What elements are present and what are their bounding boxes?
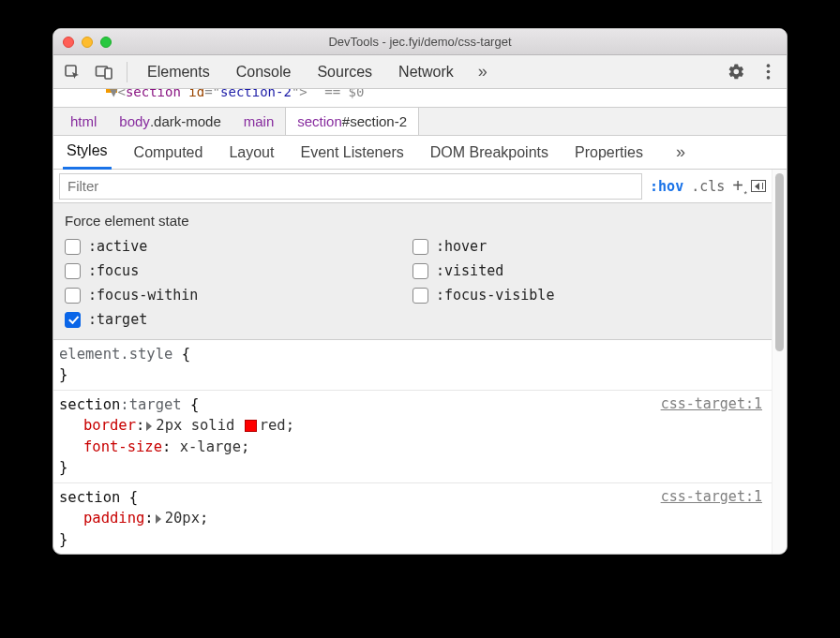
- rule-source-link[interactable]: css-target:1: [661, 487, 762, 508]
- state-target[interactable]: :target: [65, 311, 412, 328]
- toggle-cls-button[interactable]: .cls: [691, 178, 725, 195]
- tab-network[interactable]: Network: [386, 55, 466, 89]
- window-title: DevTools - jec.fyi/demo/css-target: [53, 35, 787, 49]
- crumb-html[interactable]: html: [59, 108, 108, 135]
- toggle-hov-button[interactable]: :hov: [650, 178, 683, 195]
- dom-tree-row[interactable]: ▼<section id="section-2"> == $0: [53, 89, 787, 108]
- minimize-window-button[interactable]: [82, 37, 93, 48]
- checkbox-focus-within: [65, 288, 81, 304]
- scrollbar-track[interactable]: [772, 170, 787, 554]
- settings-gear-icon[interactable]: [721, 58, 751, 86]
- state-focus-within[interactable]: :focus-within: [65, 287, 412, 304]
- more-tabs-icon[interactable]: [468, 58, 498, 86]
- main-tabbar: Elements Console Sources Network: [53, 55, 787, 89]
- color-swatch-icon[interactable]: [245, 420, 257, 432]
- state-active[interactable]: :active: [65, 238, 412, 255]
- dom-breadcrumb: html body.dark-mode main section#section…: [53, 108, 787, 136]
- tab-console[interactable]: Console: [224, 55, 304, 89]
- devtools-window: DevTools - jec.fyi/demo/css-target Eleme…: [52, 28, 788, 555]
- expand-shorthand-icon[interactable]: [146, 422, 152, 431]
- checkbox-focus-visible: [412, 288, 428, 304]
- crumb-section[interactable]: section#section-2: [285, 108, 419, 135]
- scrollbar-thumb[interactable]: [775, 173, 784, 351]
- tab-dom-breakpoints[interactable]: DOM Breakpoints: [427, 136, 552, 170]
- new-style-rule-button[interactable]: +: [732, 175, 743, 197]
- more-menu-icon[interactable]: [753, 58, 783, 86]
- titlebar: DevTools - jec.fyi/demo/css-target: [53, 29, 787, 55]
- styles-filter-input[interactable]: [59, 173, 642, 200]
- rule-section-target[interactable]: css-target:1 section:target { border:2px…: [53, 391, 772, 483]
- checkbox-target: [65, 312, 81, 328]
- checkbox-active: [65, 239, 81, 255]
- tab-properties[interactable]: Properties: [571, 136, 647, 170]
- svg-rect-2: [105, 68, 112, 79]
- tab-sources[interactable]: Sources: [305, 55, 384, 89]
- checkbox-visited: [412, 263, 428, 279]
- rule-source-link[interactable]: css-target:1: [661, 394, 762, 415]
- tab-computed[interactable]: Computed: [130, 136, 207, 170]
- checkbox-hover: [412, 239, 428, 255]
- crumb-main[interactable]: main: [232, 108, 286, 135]
- close-window-button[interactable]: [63, 37, 74, 48]
- checkbox-focus: [65, 263, 81, 279]
- crumb-body[interactable]: body.dark-mode: [108, 108, 232, 135]
- force-state-title: Force element state: [65, 213, 760, 229]
- styles-panel: :hov .cls + Force element state :active …: [53, 170, 772, 554]
- state-hover[interactable]: :hover: [412, 238, 760, 255]
- device-toggle-icon[interactable]: [89, 58, 119, 86]
- tab-elements[interactable]: Elements: [135, 55, 222, 89]
- state-focus[interactable]: :focus: [65, 262, 412, 279]
- filter-bar: :hov .cls +: [53, 170, 772, 203]
- toggle-sidebar-icon[interactable]: [751, 180, 766, 192]
- styles-panel-wrap: :hov .cls + Force element state :active …: [53, 170, 787, 554]
- rule-section[interactable]: css-target:1 section { padding:20px; }: [53, 483, 772, 554]
- inspect-icon[interactable]: [57, 58, 87, 86]
- state-focus-visible[interactable]: :focus-visible: [412, 287, 760, 304]
- rule-element-style[interactable]: element.style { }: [53, 340, 772, 391]
- svg-point-3: [766, 64, 770, 67]
- maximize-window-button[interactable]: [100, 37, 112, 48]
- expand-shorthand-icon[interactable]: [156, 514, 161, 524]
- svg-point-4: [766, 70, 770, 74]
- svg-point-5: [766, 76, 770, 80]
- more-subtabs-icon[interactable]: [666, 139, 696, 167]
- traffic-lights: [63, 37, 112, 48]
- tab-styles[interactable]: Styles: [63, 136, 112, 170]
- tab-event-listeners[interactable]: Event Listeners: [296, 136, 407, 170]
- styles-tabbar: Styles Computed Layout Event Listeners D…: [53, 136, 787, 170]
- state-visited[interactable]: :visited: [412, 262, 760, 279]
- tab-layout[interactable]: Layout: [225, 136, 278, 170]
- force-state-panel: Force element state :active :hover :focu…: [53, 203, 772, 340]
- separator: [127, 62, 128, 82]
